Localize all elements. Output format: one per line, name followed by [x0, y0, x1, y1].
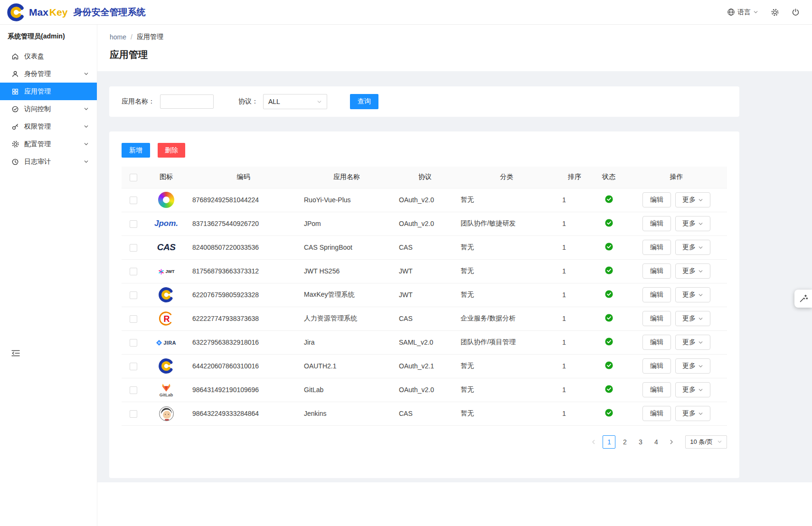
- sidebar-item-application[interactable]: 应用管理: [0, 83, 97, 100]
- sidebar-item-identity[interactable]: 身份管理: [0, 65, 97, 83]
- more-button[interactable]: 更多: [675, 406, 710, 421]
- cas-logo-icon: CAS: [157, 242, 176, 253]
- delete-button[interactable]: 删除: [158, 143, 185, 158]
- table-row: Jpom.837136275440926720JPomOAuth_v2.0团队协…: [122, 212, 727, 235]
- table-row: 622076759805923328MaxKey管理系统JWT暂无1编辑更多: [122, 283, 727, 307]
- search-button[interactable]: 查询: [350, 94, 378, 109]
- page-2-button[interactable]: 2: [618, 435, 631, 449]
- row-checkbox[interactable]: [130, 410, 137, 418]
- table-row: R622227747938373638人力资源管理系统CAS企业服务/数据分析1…: [122, 307, 727, 330]
- chevron-down-icon: [698, 245, 703, 250]
- more-button[interactable]: 更多: [675, 382, 710, 397]
- status-enabled-icon: [605, 411, 613, 418]
- prev-page-button[interactable]: [587, 435, 600, 449]
- page-1-button[interactable]: 1: [603, 435, 615, 449]
- edit-button[interactable]: 编辑: [642, 216, 671, 231]
- sidebar-item-permission[interactable]: 权限管理: [0, 118, 97, 135]
- chevron-down-icon: [84, 141, 89, 147]
- app-name: Jira: [299, 330, 394, 354]
- sidebar-item-config[interactable]: 配置管理: [0, 135, 97, 153]
- edit-button[interactable]: 编辑: [642, 311, 671, 326]
- annotation-tool-button[interactable]: [794, 290, 812, 308]
- app-name: JWT HS256: [299, 259, 394, 283]
- chevron-down-icon: [317, 99, 322, 104]
- select-all-checkbox[interactable]: [130, 174, 137, 181]
- app-code: 986431492190109696: [188, 378, 299, 402]
- pagination: 123410 条/页: [122, 435, 727, 449]
- app-category: 暂无: [456, 402, 557, 425]
- row-checkbox[interactable]: [130, 220, 137, 228]
- edit-button[interactable]: 编辑: [642, 406, 671, 421]
- more-button[interactable]: 更多: [675, 263, 710, 279]
- row-checkbox[interactable]: [130, 244, 137, 252]
- row-checkbox[interactable]: [130, 386, 137, 394]
- edit-button[interactable]: 编辑: [642, 263, 671, 279]
- app-protocol: OAuth_v2.0: [394, 378, 456, 402]
- app-category: 团队协作/项目管理: [456, 330, 557, 354]
- more-button[interactable]: 更多: [675, 358, 710, 374]
- edit-button[interactable]: 编辑: [642, 382, 671, 397]
- app-category: 暂无: [456, 354, 557, 378]
- maxkey-logo-icon: [158, 358, 174, 374]
- collapse-sidebar-button[interactable]: [11, 350, 20, 358]
- identity-icon: [11, 70, 19, 78]
- sidebar-item-label: 仪表盘: [24, 52, 44, 61]
- chevron-down-icon: [84, 124, 89, 130]
- breadcrumb-home-link[interactable]: home: [110, 33, 126, 41]
- current-user-label: 系统管理员(admin): [0, 25, 97, 47]
- brand-key: Key: [49, 7, 68, 18]
- next-page-button[interactable]: [665, 435, 678, 449]
- sidebar-item-dashboard[interactable]: 仪表盘: [0, 47, 97, 65]
- edit-button[interactable]: 编辑: [642, 358, 671, 374]
- more-button[interactable]: 更多: [675, 192, 710, 207]
- more-button[interactable]: 更多: [675, 335, 710, 350]
- jira-logo-icon: JIRA: [156, 340, 176, 346]
- ruoyi-logo-icon: [158, 192, 174, 208]
- sidebar-item-audit[interactable]: 日志审计: [0, 153, 97, 170]
- add-button[interactable]: 新增: [122, 143, 150, 158]
- protocol-select[interactable]: ALL: [263, 94, 327, 109]
- page-3-button[interactable]: 3: [634, 435, 647, 449]
- more-button[interactable]: 更多: [675, 287, 710, 302]
- breadcrumb-separator: /: [131, 33, 132, 41]
- row-checkbox[interactable]: [130, 363, 137, 370]
- col-code: 编码: [188, 167, 299, 188]
- chevron-down-icon: [698, 411, 703, 416]
- chevron-down-icon: [753, 9, 758, 15]
- gear-icon[interactable]: [771, 8, 779, 17]
- language-switcher[interactable]: 语言: [727, 8, 758, 17]
- edit-button[interactable]: 编辑: [642, 240, 671, 255]
- logout-icon[interactable]: [792, 8, 800, 16]
- table-row: 644220607860310016OAUTH2.1OAuth_v2.1暂无1编…: [122, 354, 727, 378]
- app-sort: 1: [557, 354, 592, 378]
- row-checkbox[interactable]: [130, 291, 137, 299]
- app-sort: 1: [557, 259, 592, 283]
- access-icon: [11, 105, 19, 113]
- app-protocol: OAuth_v2.0: [394, 212, 456, 235]
- app-protocol: CAS: [394, 235, 456, 259]
- more-button[interactable]: 更多: [675, 216, 710, 231]
- more-button[interactable]: 更多: [675, 240, 710, 255]
- jpom-logo-icon: Jpom.: [154, 219, 178, 228]
- more-button[interactable]: 更多: [675, 311, 710, 326]
- maxkey-logo-icon: [158, 287, 174, 303]
- app-code: 824008507220033536: [188, 235, 299, 259]
- row-checkbox[interactable]: [130, 315, 137, 323]
- edit-button[interactable]: 编辑: [642, 335, 671, 350]
- edit-button[interactable]: 编辑: [642, 287, 671, 302]
- app-code: 986432249333284864: [188, 402, 299, 425]
- app-name: 人力资源管理系统: [299, 307, 394, 330]
- app-name-label: 应用名称：: [122, 97, 155, 106]
- row-checkbox[interactable]: [130, 339, 137, 347]
- sidebar: 系统管理员(admin) 仪表盘身份管理应用管理访问控制权限管理配置管理日志审计: [0, 25, 97, 526]
- sidebar-item-access[interactable]: 访问控制: [0, 100, 97, 118]
- edit-button[interactable]: 编辑: [642, 192, 671, 207]
- page-4-button[interactable]: 4: [650, 435, 662, 449]
- status-enabled-icon: [605, 197, 613, 205]
- table-header-row: 图标 编码 应用名称 协议 分类 排序 状态 操作: [122, 167, 727, 188]
- app-name-input[interactable]: [160, 94, 214, 109]
- app-name: Jenkins: [299, 402, 394, 425]
- row-checkbox[interactable]: [130, 197, 137, 204]
- row-checkbox[interactable]: [130, 268, 137, 275]
- page-size-select[interactable]: 10 条/页: [685, 435, 727, 449]
